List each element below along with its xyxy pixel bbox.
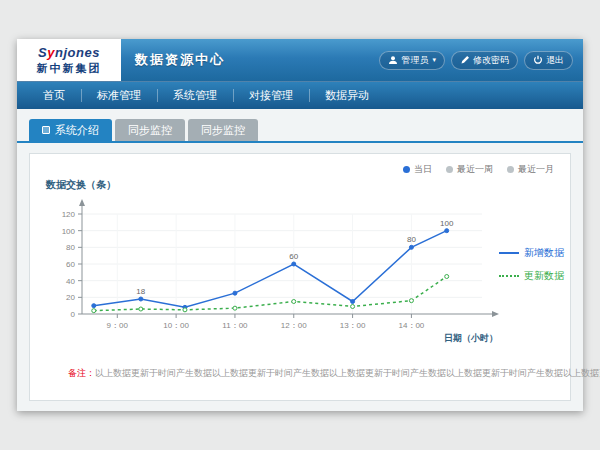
filter-last-month[interactable]: 最近一月 [507,163,554,176]
y-axis-title: 数据交换（条） [46,178,116,192]
radio-dot-icon [446,166,453,173]
tab-label: 系统介绍 [55,119,99,141]
filter-label: 当日 [414,163,432,176]
svg-text:日期（小时）: 日期（小时） [444,333,498,343]
svg-text:9：00: 9：00 [107,321,129,330]
filter-last-week[interactable]: 最近一周 [446,163,493,176]
filter-today[interactable]: 当日 [403,163,432,176]
series-legend: 新增数据 更新数据 [499,246,564,283]
header-actions: 管理员 ▾ 修改密码 退出 [379,51,573,70]
exchange-chart: 0204060801001209：0010：0011：0012：0013：001… [42,196,502,346]
svg-text:20: 20 [66,293,75,302]
nav-item-system-mgmt[interactable]: 系统管理 [157,82,233,109]
tab-bar: 系统介绍 同步监控 同步监控 [29,119,583,141]
company-name: 新中新集团 [37,61,102,76]
remark-note: 备注：以上数据更新于时间产生数据以上数据更新于时间产生数据以上数据更新于时间产生… [68,367,600,380]
legend-series-new-data[interactable]: 新增数据 [499,246,564,260]
power-icon [533,55,543,65]
svg-text:80: 80 [66,243,75,252]
legend-series-updated-data[interactable]: 更新数据 [499,269,564,283]
main-nav: 首页 标准管理 系统管理 对接管理 数据异动 [17,81,583,109]
svg-text:11：00: 11：00 [222,321,248,330]
tab-sync-monitor-1[interactable]: 同步监控 [115,119,185,141]
content-area: 系统介绍 同步监控 同步监控 当日 最近一周 [17,119,583,401]
svg-text:120: 120 [62,210,76,219]
tab-sync-monitor-2[interactable]: 同步监控 [188,119,258,141]
nav-item-standard-mgmt[interactable]: 标准管理 [81,82,157,109]
tab-system-intro[interactable]: 系统介绍 [29,119,112,141]
series-label: 更新数据 [524,269,564,283]
svg-text:13：00: 13：00 [340,321,366,330]
line-sample-solid-icon [499,252,519,254]
svg-text:14：00: 14：00 [399,321,425,330]
chart-panel: 当日 最近一周 最近一月 数据交换（条） 0204060801001209：00… [29,153,571,401]
app-header: Synjones 新中新集团 数据资源中心 管理员 ▾ 修改密码 退出 [17,39,583,81]
svg-text:80: 80 [407,235,416,244]
logout-label: 退出 [546,54,564,67]
svg-text:40: 40 [66,277,75,286]
svg-text:60: 60 [66,260,75,269]
radio-dot-icon [507,166,514,173]
change-password-label: 修改密码 [473,54,509,67]
tab-underline [17,141,583,143]
remark-text: 以上数据更新于时间产生数据以上数据更新于时间产生数据以上数据更新于时间产生数据以… [95,368,600,378]
svg-text:12：00: 12：00 [281,321,307,330]
chevron-down-icon: ▾ [432,56,436,64]
change-password-button[interactable]: 修改密码 [451,51,518,70]
nav-item-home[interactable]: 首页 [27,82,81,109]
user-menu-button[interactable]: 管理员 ▾ [379,51,445,70]
nav-item-integration-mgmt[interactable]: 对接管理 [233,82,309,109]
logo-prefix: S [38,45,47,60]
brand-logo[interactable]: Synjones 新中新集团 [17,39,121,81]
logo-suffix: njones [55,45,100,60]
user-label: 管理员 [401,54,428,67]
edit-password-icon [460,55,470,65]
svg-text:18: 18 [136,287,145,296]
svg-text:10：00: 10：00 [163,321,189,330]
user-icon [388,55,398,65]
tab-label: 同步监控 [128,119,172,141]
nav-item-data-change[interactable]: 数据异动 [309,82,385,109]
page-title: 数据资源中心 [135,51,225,69]
logo-text: Synjones [38,45,100,60]
svg-text:0: 0 [71,310,76,319]
radio-dot-icon [403,166,410,173]
svg-text:60: 60 [289,252,298,261]
filter-label: 最近一周 [457,163,493,176]
remark-prefix: 备注： [68,368,95,378]
tab-label: 同步监控 [201,119,245,141]
time-range-filters: 当日 最近一周 最近一月 [403,163,554,176]
filter-label: 最近一月 [518,163,554,176]
line-sample-dashed-icon [499,275,519,277]
logout-button[interactable]: 退出 [524,51,573,70]
tab-bullet-icon [42,126,50,134]
header-bar: 数据资源中心 管理员 ▾ 修改密码 退出 [121,39,583,81]
logo-accent-mark: y [47,45,55,60]
series-label: 新增数据 [524,246,564,260]
app-window: Synjones 新中新集团 数据资源中心 管理员 ▾ 修改密码 退出 [17,39,583,411]
svg-text:100: 100 [62,227,76,236]
svg-text:100: 100 [440,219,454,228]
